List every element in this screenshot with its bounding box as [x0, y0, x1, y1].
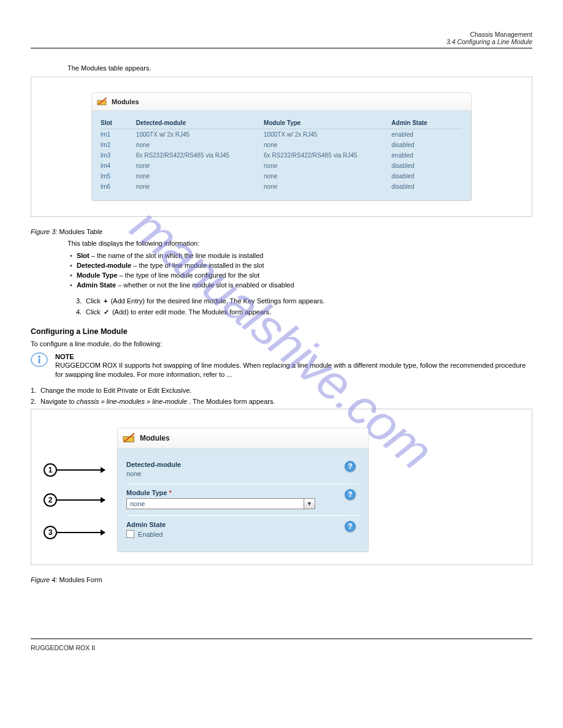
svg-rect-3	[39, 358, 40, 363]
callouts: 1 2 3	[44, 460, 117, 564]
table-row[interactable]: lm2nonenonedisabled	[101, 140, 462, 150]
callout-2: 2	[44, 493, 57, 507]
note-block: NOTE RUGGEDCOM ROX II supports hot swapp…	[31, 352, 532, 380]
panel1-title: Modules	[112, 98, 139, 105]
col-state: Admin State	[391, 117, 462, 129]
table-row[interactable]: lm6nonenonedisabled	[101, 181, 462, 192]
figure2-caption: Figure 4: Modules Form	[31, 576, 532, 583]
panel1-header: Modules	[91, 93, 472, 111]
step-item: 2.Navigate to chassis » line-modules » l…	[31, 398, 532, 405]
figure1-caption: Figure 3: Modules Table	[31, 228, 532, 235]
detected-module-label: Detected-module	[126, 461, 359, 468]
note-icon	[31, 352, 48, 367]
page-footer: RUGGEDCOM ROX II	[31, 639, 532, 651]
note-body: RUGGEDCOM ROX II supports hot swapping o…	[55, 362, 526, 378]
step-item: 1.Change the mode to Edit Private or Edi…	[31, 387, 532, 394]
figure-2-box: Modules Detected-module none ? Module Ty…	[31, 409, 532, 565]
module-type-value: none	[126, 498, 304, 509]
table-row[interactable]: lm11000TX w/ 2x RJ451000TX w/ 2x RJ45ena…	[101, 129, 462, 140]
header-section-line: 3.4 Configuring a Line Module	[31, 38, 532, 45]
list-item: Admin State – whether or not the line mo…	[70, 281, 532, 289]
step-item: 3.Click + (Add Entry) for the desired li…	[76, 297, 532, 305]
help-icon[interactable]: ?	[345, 461, 356, 472]
callout-1: 1	[44, 463, 57, 477]
col-slot: Slot	[101, 117, 136, 129]
figure-1-box: Modules Slot Detected-module Module Type…	[31, 77, 532, 217]
table-row[interactable]: lm36x RS232/RS422/RS485 via RJ456x RS232…	[101, 150, 462, 161]
col-type: Module Type	[264, 117, 391, 129]
chevron-down-icon[interactable]: ▼	[304, 498, 315, 509]
header-right-top: Chassis Management	[31, 31, 532, 38]
callout-3: 3	[44, 526, 57, 539]
table-row[interactable]: lm4nonenonedisabled	[101, 161, 462, 171]
steps-after-table: 3.Click + (Add Entry) for the desired li…	[67, 297, 532, 316]
enabled-label: Enabled	[138, 531, 163, 538]
add-icon: +	[104, 297, 107, 305]
list-item: Slot – the name of the slot in which the…	[70, 252, 532, 259]
section-intro: To configure a line module, do the follo…	[31, 339, 532, 349]
intro-text: The Modules table appears.	[67, 64, 532, 73]
module-icon	[123, 432, 136, 444]
step-item: 4.Click ✓ (Add) to enter edit mode. The …	[76, 308, 532, 316]
list-item: Module Type – the type of line module co…	[70, 271, 532, 279]
module-icon	[97, 97, 108, 107]
procedure-steps: 1.Change the mode to Edit Private or Edi…	[31, 387, 532, 405]
field-module-type: Module Type * none ▼ ?	[126, 483, 359, 515]
enabled-checkbox[interactable]	[126, 530, 134, 538]
panel2-header: Modules	[117, 428, 369, 449]
info-bullets: Slot – the name of the slot in which the…	[67, 252, 532, 289]
table-row[interactable]: lm5nonenonedisabled	[101, 171, 462, 181]
panel2-title: Modules	[140, 434, 170, 442]
section-heading: Configuring a Line Module	[31, 327, 532, 336]
note-head: NOTE	[55, 353, 74, 360]
module-type-label: Module Type	[126, 489, 167, 496]
panel2: Modules Detected-module none ? Module Ty…	[117, 428, 369, 552]
add-icon: ✓	[104, 308, 109, 316]
modules-table: Slot Detected-module Module Type Admin S…	[101, 117, 462, 192]
desc1: This table displays the following inform…	[67, 239, 532, 248]
panel1-body: Slot Detected-module Module Type Admin S…	[91, 111, 472, 201]
col-detected: Detected-module	[136, 117, 264, 129]
footer-left: RUGGEDCOM ROX II	[31, 644, 95, 651]
list-item: Detected-module – the type of line modul…	[70, 262, 532, 269]
admin-state-label: Admin State	[126, 521, 359, 528]
field-detected-module: Detected-module none ?	[126, 456, 359, 483]
help-icon[interactable]: ?	[345, 521, 356, 532]
top-divider	[31, 48, 532, 48]
field-admin-state: Admin State Enabled ?	[126, 515, 359, 544]
help-icon[interactable]: ?	[345, 489, 356, 500]
module-type-select[interactable]: none ▼	[126, 498, 359, 509]
svg-point-2	[38, 355, 40, 358]
detected-module-value: none	[126, 470, 359, 477]
